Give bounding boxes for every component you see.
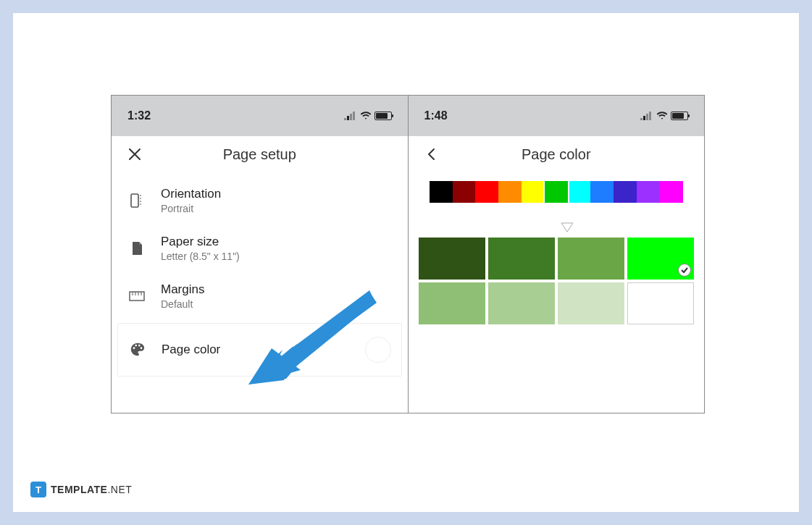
outer-frame: 1:32 Page setup O xyxy=(0,0,812,525)
signal-icon xyxy=(640,112,653,120)
screenshot-pair: 1:32 Page setup O xyxy=(111,95,705,413)
logo-text: TEMPLATE.NET xyxy=(51,484,132,495)
hue-swatch[interactable] xyxy=(590,181,614,203)
wifi-icon xyxy=(656,112,668,120)
status-icons xyxy=(640,112,688,120)
shade-swatch[interactable] xyxy=(419,238,485,280)
battery-icon xyxy=(671,112,688,120)
page-color-label: Page color xyxy=(162,343,220,357)
hue-swatch[interactable] xyxy=(568,181,591,203)
wifi-icon xyxy=(360,112,372,120)
margins-row[interactable]: Margins Default xyxy=(112,272,408,320)
check-icon xyxy=(678,264,691,277)
hue-swatch[interactable] xyxy=(637,181,660,203)
panel-title: Page color xyxy=(442,146,671,163)
page-color-swatch xyxy=(365,337,391,363)
watermark-logo: T TEMPLATE.NET xyxy=(30,482,132,497)
margins-icon xyxy=(127,291,146,301)
row-text: Orientation Portrait xyxy=(161,187,221,214)
hue-swatch[interactable] xyxy=(430,181,453,203)
orientation-icon xyxy=(127,193,146,209)
clock-time: 1:48 xyxy=(424,109,448,122)
hue-swatch[interactable] xyxy=(522,181,545,203)
close-icon[interactable] xyxy=(125,148,145,161)
shade-swatch[interactable] xyxy=(488,238,555,280)
hue-strip[interactable] xyxy=(430,181,683,203)
panel-title: Page setup xyxy=(145,146,374,163)
shade-swatch[interactable] xyxy=(558,282,624,324)
phone-right: 1:48 Page color xyxy=(408,96,705,413)
status-icons xyxy=(344,112,392,120)
shade-swatch[interactable] xyxy=(419,282,485,324)
status-bar: 1:32 xyxy=(112,96,408,136)
hue-swatch[interactable] xyxy=(475,181,498,203)
orientation-row[interactable]: Orientation Portrait xyxy=(112,177,408,224)
shade-swatch[interactable] xyxy=(627,238,694,280)
row-text: Margins Default xyxy=(161,282,204,310)
hue-swatch[interactable] xyxy=(545,181,568,203)
panel-header: Page color xyxy=(409,136,705,172)
page-color-row[interactable]: Page color xyxy=(117,323,402,377)
status-bar: 1:48 xyxy=(409,96,705,136)
shade-swatch[interactable] xyxy=(627,282,694,324)
hue-swatch[interactable] xyxy=(498,181,522,203)
svg-rect-2 xyxy=(130,292,144,301)
hue-swatch[interactable] xyxy=(453,181,476,203)
page-setup-menu: Orientation Portrait Paper size Letter (… xyxy=(112,172,408,384)
shade-grid xyxy=(419,238,694,324)
hue-indicator-icon xyxy=(560,222,574,233)
paper-size-row[interactable]: Paper size Letter (8.5" x 11") xyxy=(112,224,408,272)
battery-icon xyxy=(374,112,392,120)
hue-swatch[interactable] xyxy=(660,181,683,203)
paper-size-icon xyxy=(127,240,146,256)
signal-icon xyxy=(344,112,357,120)
panel-header: Page setup xyxy=(112,136,408,172)
phone-left: 1:32 Page setup O xyxy=(112,96,408,413)
back-icon[interactable] xyxy=(422,148,442,161)
palette-icon xyxy=(128,342,147,358)
row-text: Paper size Letter (8.5" x 11") xyxy=(161,235,240,262)
clock-time: 1:32 xyxy=(127,109,151,122)
svg-rect-0 xyxy=(131,194,138,207)
hue-swatch[interactable] xyxy=(614,181,637,203)
shade-swatch[interactable] xyxy=(558,238,624,280)
shade-swatch[interactable] xyxy=(488,282,555,324)
logo-badge-icon: T xyxy=(30,482,46,497)
